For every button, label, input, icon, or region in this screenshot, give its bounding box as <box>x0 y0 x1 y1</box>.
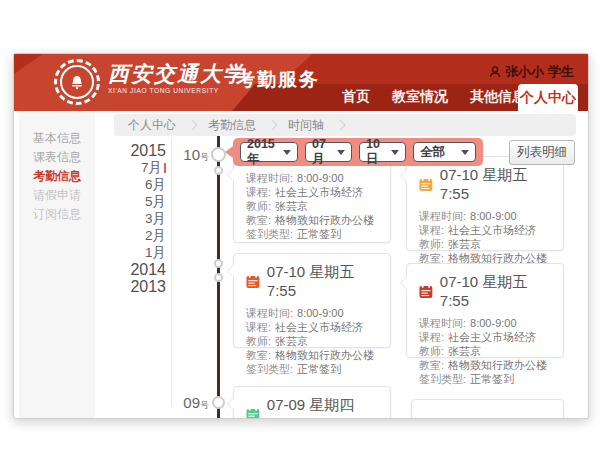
university-name-zh: 西安交通大学 <box>108 62 246 86</box>
month-item-2[interactable]: 2月 <box>109 227 166 244</box>
app-header: 西安交通大学 XI'AN JIAO TONG UNIVERSITY 考勤服务 张… <box>14 54 588 111</box>
breadcrumb-personal-center[interactable]: 个人中心 <box>128 117 176 134</box>
month-item-7[interactable]: 7月 <box>109 159 166 176</box>
day-select[interactable]: 10日 <box>359 142 406 162</box>
day-marker-09: 09号 <box>172 394 209 412</box>
timeline-node-small[interactable] <box>214 166 223 175</box>
user-role: 学生 <box>548 63 574 81</box>
chevron-right-icon <box>266 119 277 130</box>
caret-down-icon <box>283 150 291 155</box>
university-name-en: XI'AN JIAO TONG UNIVERSITY <box>108 87 246 94</box>
card-notch <box>227 264 234 278</box>
card-notch <box>227 168 234 182</box>
attendance-app-window: 西安交通大学 XI'AN JIAO TONG UNIVERSITY 考勤服务 张… <box>13 53 589 419</box>
nav-item-classrooms[interactable]: 教室情况 <box>392 88 448 106</box>
calendar-icon <box>246 407 260 420</box>
year-select[interactable]: 2015年 <box>240 142 298 162</box>
university-logo-icon <box>54 59 100 105</box>
list-divider <box>171 139 172 406</box>
caret-down-icon <box>391 150 399 155</box>
attendance-card[interactable]: 07-10 星期五 7:55 课程时间:8:00-9:00 课程:社会主义市场经… <box>406 156 564 251</box>
attendance-card[interactable]: 课程时间:8:00-9:00 课程:社会主义市场经济 教师:张芸京 教室:格物致… <box>233 159 391 243</box>
university-name: 西安交通大学 XI'AN JIAO TONG UNIVERSITY <box>108 62 246 94</box>
year-item-2015[interactable]: 2015 <box>109 142 166 159</box>
list-detail-button[interactable]: 列表明细 <box>509 140 575 165</box>
user-name: 张小小 <box>505 63 544 81</box>
timeline-node-large[interactable] <box>212 396 225 409</box>
nav-tab-personal-center[interactable]: 个人中心 <box>518 84 578 111</box>
timeline-node-small[interactable] <box>214 259 223 268</box>
sidebar-item-leave-request[interactable]: 请假申请 <box>19 186 95 205</box>
calendar-icon <box>419 284 433 299</box>
month-select[interactable]: 07月 <box>305 142 352 162</box>
chevron-right-icon <box>334 119 345 130</box>
breadcrumb-timeline[interactable]: 时间轴 <box>288 117 324 134</box>
category-select[interactable]: 全部 <box>413 142 476 162</box>
card-notch <box>400 169 407 183</box>
calendar-icon <box>419 177 433 192</box>
attendance-card-partial[interactable] <box>411 399 564 419</box>
bell-emblem-icon <box>68 73 86 91</box>
month-item-5[interactable]: 5月 <box>109 193 166 210</box>
year-item-2013[interactable]: 2013 <box>109 278 166 295</box>
month-item-1[interactable]: 1月 <box>109 244 166 261</box>
chevron-right-icon <box>186 119 197 130</box>
attendance-card[interactable]: 07-10 星期五 7:55 课程时间:8:00-9:00 课程:社会主义市场经… <box>233 253 391 348</box>
calendar-icon <box>246 274 260 289</box>
card-title: 07-09 星期四 7:55 <box>267 396 378 419</box>
breadcrumb: 个人中心 考勤信息 时间轴 <box>114 114 576 136</box>
timeline-year-list: 2015 7月 6月 5月 3月 2月 1月 2014 2013 <box>109 142 166 295</box>
caret-down-icon <box>461 150 469 155</box>
breadcrumb-attendance-info[interactable]: 考勤信息 <box>208 117 256 134</box>
date-filter-bar: 2015年 07月 10日 全部 <box>233 138 483 166</box>
card-notch <box>400 276 407 290</box>
day-marker-10: 10号 <box>172 146 209 164</box>
sidebar-item-subscription[interactable]: 订阅信息 <box>19 205 95 224</box>
nav-item-home[interactable]: 首页 <box>342 88 370 106</box>
caret-down-icon <box>337 150 345 155</box>
card-title: 07-10 星期五 7:55 <box>440 166 551 202</box>
card-title: 07-10 星期五 7:55 <box>440 273 551 309</box>
selected-month-tick <box>164 163 166 173</box>
sidebar-item-attendance[interactable]: 考勤信息 <box>19 167 95 186</box>
timeline-node-large[interactable] <box>211 147 226 162</box>
timeline-node-small[interactable] <box>214 273 223 282</box>
year-item-2014[interactable]: 2014 <box>109 261 166 278</box>
attendance-card[interactable]: 07-09 星期四 7:55 课程时间:8:00-9:00 课程:社会主义市场经… <box>233 386 391 419</box>
app-title: 考勤服务 <box>236 67 320 93</box>
card-title: 07-10 星期五 7:55 <box>267 263 378 299</box>
card-notch <box>227 397 234 411</box>
month-item-3[interactable]: 3月 <box>109 210 166 227</box>
person-icon <box>489 66 501 78</box>
sidebar: 基本信息 课表信息 考勤信息 请假申请 订阅信息 <box>19 111 95 418</box>
user-info[interactable]: 张小小 学生 <box>489 63 574 81</box>
sidebar-item-basic-info[interactable]: 基本信息 <box>19 129 95 148</box>
sidebar-item-timetable[interactable]: 课表信息 <box>19 148 95 167</box>
attendance-card[interactable]: 07-10 星期五 7:55 课程时间:8:00-9:00 课程:社会主义市场经… <box>406 263 564 358</box>
month-item-6[interactable]: 6月 <box>109 176 166 193</box>
main-nav: 首页 教室情况 其他信息 <box>342 88 526 106</box>
